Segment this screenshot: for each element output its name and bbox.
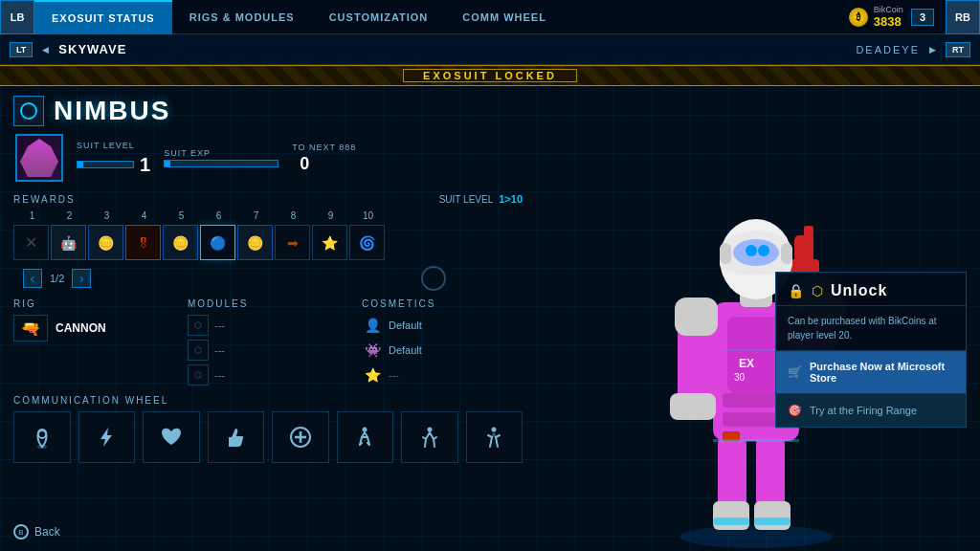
reward-num-8: 8 — [275, 210, 312, 221]
bikcoin-label: BikCoin — [874, 5, 903, 14]
rig-icon: 🔫 — [21, 320, 40, 338]
comm-wheel-label: COMMUNICATION WHEEL — [13, 395, 523, 406]
svg-rect-36 — [720, 243, 731, 264]
next-exp-value: 0 — [300, 154, 356, 174]
firing-range-button[interactable]: 🎯 Try at the Firing Range — [776, 394, 966, 427]
suit-name-row: NIMBUS — [13, 96, 523, 126]
reward-item-7[interactable]: 🪙 — [237, 225, 273, 260]
comm-icon-lightning[interactable] — [78, 411, 136, 463]
rewards-section: REWARDS SUIT LEVEL 1>10 1 2 3 4 5 6 7 8 … — [13, 193, 523, 291]
rig-icon-box: 🔫 — [13, 315, 48, 342]
unlock-title: Unlock — [831, 282, 887, 299]
suit-title: NIMBUS — [54, 96, 170, 126]
module-text-3: --- — [214, 369, 225, 381]
purchase-label: Purchase Now at Microsoft Store — [810, 361, 954, 384]
comm-icon-thumbsup[interactable] — [208, 411, 265, 463]
comm-wheel-section: COMMUNICATION WHEEL — [13, 395, 523, 463]
reward-item-6[interactable]: 🔵 — [200, 225, 235, 260]
suit-level-bar-fill — [78, 162, 83, 167]
circle-icon — [421, 266, 446, 291]
svg-point-8 — [679, 525, 833, 548]
reward-item-3[interactable]: 🪙 — [88, 225, 123, 260]
svg-rect-13 — [713, 518, 749, 525]
comm-icon-plus[interactable] — [272, 411, 329, 463]
modules-label: MODULES — [188, 298, 348, 309]
bikcoin-small-icon: ⬡ — [812, 283, 823, 298]
reward-item-5[interactable]: 🪙 — [163, 225, 198, 260]
unlock-header: 🔒 ⬡ Unlock — [776, 273, 966, 306]
svg-point-1 — [37, 445, 47, 449]
next-exp-group: To Next 888 0 — [292, 143, 356, 174]
purchase-icon: 🛒 — [788, 365, 802, 379]
dance-icon-1 — [351, 424, 378, 451]
pagination-row: ‹ 1/2 › — [23, 266, 523, 291]
tab-exosuit-status[interactable]: EXOSUIT STATUS — [34, 0, 172, 34]
comm-icons-row — [13, 411, 523, 463]
reward-item-1[interactable]: ✕ — [13, 225, 49, 260]
lock-icon: 🔒 — [788, 283, 804, 298]
cosmetic-text-1: Default — [389, 320, 422, 331]
comm-icon-location[interactable] — [13, 411, 71, 463]
svg-point-35 — [758, 245, 769, 256]
cosmetic-item-1: 👤 Default — [362, 315, 523, 336]
reward-item-10[interactable]: 🌀 — [349, 225, 385, 260]
back-button[interactable]: B Back — [13, 524, 60, 540]
suit-avatar — [15, 134, 63, 182]
bottom-info-row: RIG 🔫 CANNON MODULES ⬡ --- ⬡ — [13, 298, 523, 386]
reward-num-9: 9 — [312, 210, 349, 221]
reward-icon-2: 🤖 — [60, 235, 77, 251]
svg-rect-22 — [670, 393, 716, 420]
reward-num-5: 5 — [163, 210, 200, 221]
suit-exp-bar — [164, 160, 278, 167]
rt-icon: ▶ — [929, 45, 936, 55]
svg-rect-37 — [781, 243, 792, 264]
back-icon: B — [13, 524, 29, 540]
comm-icon-heart[interactable] — [143, 411, 200, 463]
lt-button[interactable]: LT — [10, 42, 33, 57]
comm-icon-dance1[interactable] — [337, 411, 394, 463]
lightning-icon — [93, 424, 120, 451]
rewards-label: REWARDS — [13, 194, 76, 205]
reward-item-8[interactable]: ➡ — [275, 225, 310, 260]
purchase-microsoft-button[interactable]: 🛒 Purchase Now at Microsoft Store — [776, 351, 966, 394]
reward-icon-9: ⭐ — [322, 235, 338, 251]
dance-icon-2 — [416, 424, 443, 451]
svg-rect-14 — [754, 518, 791, 525]
module-icon-2: ⬡ — [188, 340, 209, 361]
bikcoin-display: ₿ BikCoin 3838 — [849, 5, 903, 29]
prev-page-button[interactable]: ‹ — [23, 269, 42, 288]
rig-name: CANNON — [56, 321, 106, 335]
avatar-inner — [20, 139, 58, 177]
svg-point-7 — [492, 428, 497, 432]
svg-rect-12 — [754, 501, 791, 530]
reward-item-9[interactable]: ⭐ — [312, 225, 347, 260]
tab-rigs-modules[interactable]: RIGS & MODULES — [172, 0, 312, 34]
suit-exp-bar-fill — [165, 161, 170, 166]
suit-exp-group: SUIT EXP — [164, 148, 278, 167]
module-row: ⬡ --- ⬡ --- ⬡ --- — [188, 315, 348, 386]
reward-num-1: 1 — [13, 210, 51, 221]
module-item-3: ⬡ --- — [188, 364, 348, 386]
reward-num-7: 7 — [237, 210, 275, 221]
rig-row: 🔫 CANNON — [13, 315, 174, 342]
unlock-description: Can be purchased with BikCoins at player… — [776, 306, 966, 351]
suit-level-range: 1>10 — [499, 193, 523, 205]
main-content: NIMBUS SUIT LEVEL 1 SUIT EXP — [0, 86, 980, 551]
location-icon — [29, 424, 56, 451]
rb-button[interactable]: RB — [946, 0, 980, 34]
reward-item-4[interactable]: 🎖 — [125, 225, 161, 260]
tab-customization[interactable]: CUSTOMIZATION — [312, 0, 446, 34]
comm-icon-dance2[interactable] — [401, 411, 458, 463]
cosmetic-icon-3: ⭐ — [362, 364, 383, 386]
comm-icon-dance3[interactable] — [466, 411, 523, 463]
next-page-button[interactable]: › — [72, 269, 91, 288]
reward-item-2[interactable]: 🤖 — [51, 225, 86, 260]
suit-exp-label: SUIT EXP — [164, 148, 278, 158]
nav-right: ₿ BikCoin 3838 3 — [849, 5, 946, 29]
suit-icon — [20, 102, 37, 120]
unlock-popup: 🔒 ⬡ Unlock Can be purchased with BikCoin… — [775, 272, 967, 428]
page-text: 1/2 — [50, 273, 64, 284]
tab-comm-wheel[interactable]: COMM WHEEL — [445, 0, 564, 34]
lb-button[interactable]: LB — [0, 0, 34, 34]
rt-button[interactable]: RT — [946, 42, 970, 57]
